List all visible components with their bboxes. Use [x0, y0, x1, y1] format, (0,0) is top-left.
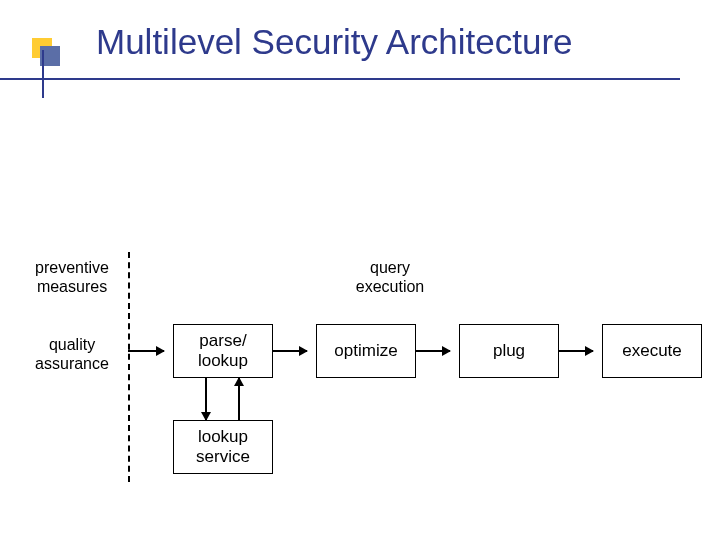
label-query-execution: queryexecution [330, 258, 450, 296]
title-rule-vertical [42, 50, 44, 98]
arrow-lookup-to-parse [238, 378, 240, 420]
title-rule-horizontal [0, 78, 680, 80]
box-parse-lookup: parse/lookup [173, 324, 273, 378]
arrow-into-parse [128, 350, 164, 352]
arrow-plug-to-execute [559, 350, 593, 352]
slide-title: Multilevel Security Architecture [96, 22, 573, 62]
box-execute: execute [602, 324, 702, 378]
box-optimize: optimize [316, 324, 416, 378]
box-lookup-service: lookupservice [173, 420, 273, 474]
label-preventive-measures: preventivemeasures [20, 258, 124, 296]
label-quality-assurance: qualityassurance [20, 335, 124, 373]
arrow-parse-to-optimize [273, 350, 307, 352]
title-bullet-icon [32, 38, 60, 66]
arrow-parse-to-lookup [205, 378, 207, 420]
box-plug: plug [459, 324, 559, 378]
column-divider-dashed [128, 252, 130, 482]
arrow-optimize-to-plug [416, 350, 450, 352]
